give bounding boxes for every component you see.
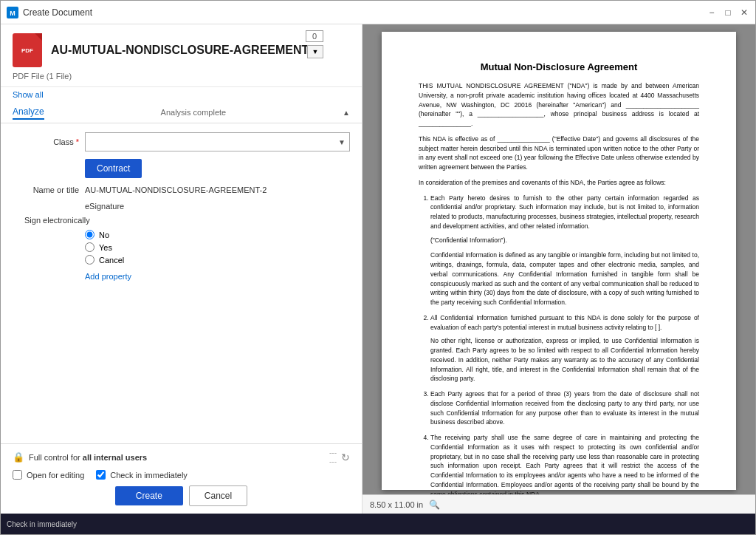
- open-for-editing-checkbox[interactable]: [13, 470, 22, 480]
- form-section: Class * ▼ Contract Name or: [1, 123, 362, 443]
- taskbar: Check in immediately: [1, 514, 755, 534]
- minimize-button[interactable]: −: [707, 7, 717, 18]
- analysis-status: Analysis complete: [161, 108, 227, 117]
- close-button[interactable]: ✕: [739, 7, 749, 18]
- check-in-immediately-label[interactable]: Check in immediately: [96, 470, 188, 480]
- app-icon: M: [7, 7, 18, 18]
- window-controls: − □ ✕: [707, 7, 749, 18]
- pdf-item2: All Confidential Information furnished p…: [430, 313, 699, 384]
- check-in-immediately-checkbox[interactable]: [96, 470, 106, 480]
- radio-yes[interactable]: [85, 242, 94, 252]
- name-title-row: Name or title AU-MUTUAL-NONDISCLOSURE-AG…: [13, 185, 350, 194]
- doc-subtitle: PDF File (1 File): [13, 72, 350, 81]
- lock-icon: 🔒: [13, 451, 24, 463]
- cancel-button[interactable]: Cancel: [189, 485, 247, 506]
- pdf-footer-bar: 8.50 x 11.00 in 🔍: [362, 494, 755, 514]
- esignature-label: eSignature: [13, 202, 350, 211]
- radio-no[interactable]: [85, 230, 94, 239]
- doc-header: 0 ▼ PDF AU-MUTUAL-NONDISCLOSURE-AGREEMEN…: [1, 24, 362, 87]
- radio-cancel-label[interactable]: Cancel: [85, 255, 350, 265]
- maximize-button[interactable]: □: [723, 7, 733, 18]
- show-all-link[interactable]: Show all: [1, 87, 362, 102]
- window-title: Create Document: [23, 7, 707, 18]
- checkboxes-row: Open for editing Check in immediately: [13, 470, 350, 480]
- radio-yes-label[interactable]: Yes: [85, 242, 350, 252]
- action-buttons: Create Cancel: [13, 485, 350, 509]
- contract-row: Contract: [13, 159, 350, 178]
- pdf-icon: PDF: [13, 33, 42, 67]
- pdf-item1-sub-title: ("Confidential Information").: [430, 236, 699, 245]
- pdf-item2-sub: No other right, license or authorization…: [430, 336, 699, 384]
- analyze-header: Analyze Analysis complete ▲: [1, 102, 362, 123]
- title-bar: M Create Document − □ ✕: [1, 1, 755, 24]
- chevron-up-icon[interactable]: ▲: [343, 109, 350, 117]
- radio-no-text: No: [99, 231, 109, 239]
- pdf-icon-label: PDF: [21, 47, 33, 54]
- page-nav-button[interactable]: ▼: [307, 45, 323, 58]
- add-property-link[interactable]: Add property: [13, 272, 350, 281]
- bottom-bar: 🔒 Full control for all internal users --…: [1, 443, 362, 514]
- svg-text:M: M: [10, 10, 16, 17]
- analyze-tabs: Analyze: [13, 105, 44, 120]
- contract-button[interactable]: Contract: [85, 159, 142, 178]
- class-select-wrapper: ▼: [85, 132, 350, 151]
- dashes1: ---: [329, 449, 337, 457]
- class-row: Class * ▼: [13, 132, 350, 151]
- dashes2: ---: [329, 457, 337, 466]
- radio-no-label[interactable]: No: [85, 230, 350, 239]
- pdf-paragraph1: THIS MUTUAL NONDISCLOSURE AGREEMENT ("ND…: [419, 81, 699, 129]
- permissions-row: 🔒 Full control for all internal users --…: [13, 449, 350, 466]
- pdf-item1: Each Party hereto desires to furnish to …: [430, 194, 699, 307]
- class-select[interactable]: [85, 132, 350, 151]
- permission-text: Full control for all internal users: [29, 453, 147, 462]
- radio-yes-text: Yes: [99, 243, 112, 252]
- pdf-paragraph3: In consideration of the premises and cov…: [419, 178, 699, 188]
- page-size-text: 8.50 x 11.00 in: [370, 500, 423, 509]
- pdf-item1-sub: Confidential Information is defined as a…: [430, 251, 699, 307]
- open-for-editing-text: Open for editing: [27, 471, 84, 480]
- dashes-group: --- ---: [329, 449, 337, 466]
- doc-title: AU-MUTUAL-NONDISCLOSURE-AGREEMENT-2: [51, 44, 319, 57]
- pdf-viewer[interactable]: Mutual Non-Disclosure Agreement THIS MUT…: [362, 24, 755, 494]
- open-for-editing-label[interactable]: Open for editing: [13, 470, 84, 480]
- pdf-title: Mutual Non-Disclosure Agreement: [419, 61, 699, 72]
- pdf-item4: The receiving party shall use the same d…: [430, 433, 699, 494]
- counter-badge: 0: [306, 30, 323, 42]
- radio-group: No Yes Cancel: [13, 230, 350, 265]
- class-label: Class *: [13, 137, 79, 146]
- pdf-page: Mutual Non-Disclosure Agreement THIS MUT…: [382, 32, 736, 490]
- sign-electronically-label: Sign electronically: [24, 216, 90, 225]
- right-panel: Mutual Non-Disclosure Agreement THIS MUT…: [362, 24, 755, 514]
- pdf-list: Each Party hereto desires to furnish to …: [419, 194, 699, 495]
- create-button[interactable]: Create: [115, 486, 183, 505]
- tab-analyze[interactable]: Analyze: [13, 105, 44, 120]
- zoom-icon[interactable]: 🔍: [429, 500, 440, 510]
- name-title-label: Name or title: [13, 185, 79, 194]
- sign-electronically-row: Sign electronically: [13, 215, 350, 225]
- check-in-immediately-text: Check in immediately: [110, 471, 188, 480]
- radio-cancel-text: Cancel: [99, 256, 124, 265]
- pdf-paragraph2: This NDA is effective as of ____________…: [419, 134, 699, 172]
- pdf-item3: Each Party agrees that for a period of t…: [430, 389, 699, 427]
- radio-cancel[interactable]: [85, 255, 94, 265]
- taskbar-text: Check in immediately: [7, 520, 77, 528]
- rotate-icon[interactable]: ↻: [341, 451, 350, 463]
- name-title-value: AU-MUTUAL-NONDISCLOSURE-AGREEMENT-2: [85, 185, 267, 194]
